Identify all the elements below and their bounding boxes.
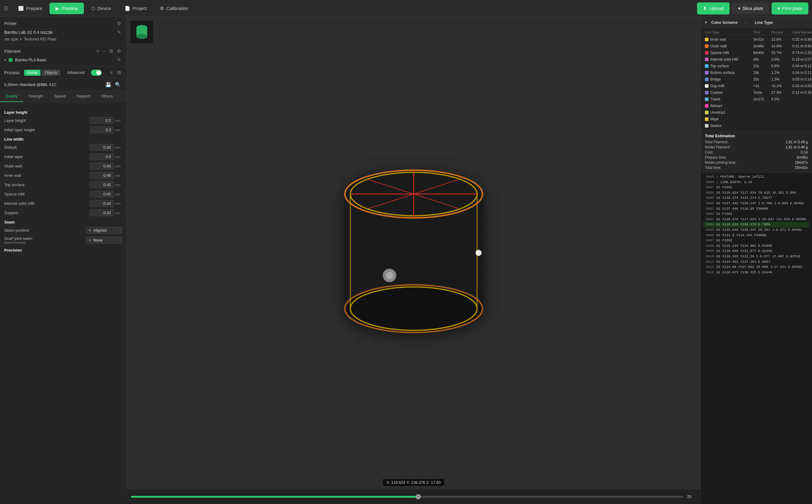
- te-total-filament-row: Total Filament: 1.81 m 5.48 g: [705, 140, 808, 144]
- lt-time: 3m32s: [753, 37, 771, 42]
- gcode-line-code: G1 X124.392 Y137.284 E.6987: [716, 259, 770, 265]
- layer-height-input[interactable]: [90, 117, 114, 124]
- gcode-line[interactable]: 8898 G3 X119.624 Y117.624 I8.615 J6.361 …: [703, 190, 810, 196]
- lt-row[interactable]: Unretract ✓: [705, 109, 808, 116]
- gcode-line-code: G1 X136.374 Y134.374 E.78577: [716, 195, 772, 201]
- lt-time: 12s: [753, 64, 771, 68]
- lt-percent: <0.1%: [771, 84, 792, 88]
- tab-objects[interactable]: Objects: [42, 70, 60, 76]
- filament-settings-button[interactable]: ⚙: [116, 48, 122, 55]
- lt-name: Internal solid infill: [710, 57, 738, 62]
- gcode-line[interactable]: 8905 G2 X120.849 Y135.447 I8.397 J-8.371…: [703, 227, 810, 233]
- gcode-line[interactable]: 8910 G3 X139.285 Y122.39 I-6.677 J2.807 …: [703, 254, 810, 259]
- support-input[interactable]: [90, 209, 114, 216]
- gcode-line[interactable]: 8902 G1 F2662: [703, 211, 810, 217]
- color-scheme-label: Color Scheme: [711, 20, 737, 25]
- gcode-line[interactable]: 8899 G1 X136.374 Y134.374 E.78577: [703, 195, 810, 201]
- te-prepare-time-label: Prepare time:: [705, 155, 727, 160]
- lt-row[interactable]: Top surface 12s 0.8% 0.04 m 0.12 g ✓: [705, 63, 808, 69]
- printer-edit-button[interactable]: ✎: [116, 29, 122, 36]
- thumbnail-panel[interactable]: [130, 20, 154, 44]
- filament-edit-button[interactable]: ✎: [116, 56, 122, 63]
- gcode-line-number: 8906: [703, 233, 714, 238]
- tab-speed[interactable]: Speed: [49, 91, 71, 102]
- prepare-tab[interactable]: ⬜ Prepare: [12, 3, 48, 14]
- gcode-line[interactable]: 8900 G2 X137.442 Y133.147 I-6.788 J-6.99…: [703, 201, 810, 206]
- printer-settings-button[interactable]: ⚙: [116, 20, 122, 27]
- inner-wall-input[interactable]: [90, 172, 114, 179]
- initial-layer-height-input[interactable]: [90, 126, 114, 133]
- filament-section: Filament + − ⊞ ⚙ ▾ Bambu PLA Basic ✎: [0, 45, 126, 67]
- color-scheme-toggle-icon[interactable]: ▾: [705, 20, 707, 25]
- initial-layer-input[interactable]: [90, 153, 114, 160]
- calibration-tab[interactable]: ⚙ Calibration: [154, 3, 194, 14]
- gcode-line[interactable]: 8918 G1 X116.973 Y130.325 E.31446: [703, 270, 810, 275]
- print-button[interactable]: ▾ Print plate: [772, 2, 808, 14]
- gcode-line[interactable]: 8897 G1 F2662: [703, 185, 810, 190]
- lt-row[interactable]: Custom 7m0s 27.3% 0.12 m 0.36 g ✓: [705, 89, 808, 96]
- seam-position-dropdown[interactable]: ▾ Aligned: [86, 227, 122, 234]
- layer-height-group-title: Layer height: [4, 110, 122, 115]
- gcode-line[interactable]: 8907 G1 F2662: [703, 238, 810, 243]
- gcode-line[interactable]: 8912 G3 X123.68 Y137.032 I5.696 J-17.221…: [703, 265, 810, 270]
- lt-row[interactable]: Wipe ✓: [705, 116, 808, 122]
- profile-save-button[interactable]: 💾: [104, 81, 113, 88]
- filament-add-button[interactable]: +: [95, 48, 100, 55]
- lt-row[interactable]: Gap infill <1s <0.1% 0.00 m 0.00 g ✓: [705, 83, 808, 89]
- slider-thumb[interactable]: [416, 494, 421, 499]
- gcode-line[interactable]: 8909 G1 X139.028 Y121.677 E.31406: [703, 249, 810, 254]
- lt-row[interactable]: Internal solid infill 46s 3.0% 0.19 m 0.…: [705, 56, 808, 63]
- gcode-line[interactable]: 8904 G1 X119.624 Y134.376 E.7859: [703, 222, 810, 227]
- filament-remove-button[interactable]: −: [102, 48, 107, 55]
- gcode-line-number: 8895: [703, 174, 714, 180]
- outer-wall-input[interactable]: [90, 163, 114, 170]
- gcode-line[interactable]: 8896 ; LINE_WIDTH: 0.45: [703, 180, 810, 185]
- te-total-time-value: 25m42s: [795, 166, 808, 170]
- tab-others[interactable]: Others: [96, 91, 118, 102]
- scarf-joint-dropdown[interactable]: ▾ None: [86, 237, 122, 244]
- scarf-joint-value: None: [93, 238, 103, 242]
- svg-point-18: [476, 250, 482, 256]
- internal-solid-infill-input[interactable]: [90, 200, 114, 207]
- process-split-button[interactable]: ⊞: [116, 69, 122, 76]
- process-list-button[interactable]: ≡: [109, 69, 114, 76]
- lt-row[interactable]: Travel 1m17s 5.0% ✓: [705, 96, 808, 103]
- gcode-line[interactable]: 8903 G2 X136.376 Y117.624 I-15.937 J12.8…: [703, 217, 810, 222]
- advanced-toggle[interactable]: [91, 70, 102, 76]
- lt-row[interactable]: Retract ✓: [705, 103, 808, 109]
- project-tab[interactable]: 📄 Project: [119, 3, 153, 14]
- gcode-line[interactable]: 8906 G1 X131.8 Y114.783 F30000: [703, 233, 810, 238]
- top-surface-input[interactable]: [90, 181, 114, 188]
- default-input[interactable]: [90, 144, 114, 151]
- preview-tab[interactable]: ▶ Preview: [49, 3, 84, 14]
- lt-row[interactable]: Outer wall 3m48s 14.8% 0.31 m 0.94 g ✓: [705, 43, 808, 49]
- lt-row[interactable]: Inner wall 3m32s 13.8% 0.32 m 0.98 g ✓: [705, 36, 808, 43]
- layer-height-row: Layer height mm: [4, 117, 122, 124]
- gcode-line[interactable]: 8895 ; FEATURE: Sparse infill: [703, 174, 810, 180]
- tab-global[interactable]: Global: [24, 70, 41, 76]
- lt-row[interactable]: Seams ✓: [705, 122, 808, 129]
- viewport-3d[interactable]: X: 119.624 Y: 136.376 Z: 17.60 25: [127, 17, 700, 504]
- device-tab[interactable]: ⬡ Device: [85, 3, 117, 14]
- cylinder-object[interactable]: [326, 164, 501, 340]
- tab-strength[interactable]: Strength: [23, 91, 49, 102]
- slice-button[interactable]: ▾ Slice plate: [732, 2, 769, 14]
- lt-row[interactable]: Bridge 20s 1.3% 0.05 m 0.16 g ✓: [705, 76, 808, 83]
- gcode-line[interactable]: 8908 G1 X132.334 Y114.982 E.01889: [703, 243, 810, 249]
- lt-row[interactable]: Sparse infill 8m40s 33.7% 0.74 m 2.25 g …: [705, 49, 808, 56]
- te-total-time-label: Total time:: [705, 166, 722, 170]
- lt-row[interactable]: Bottom surface 19s 1.2% 0.04 m 0.11 g ✓: [705, 69, 808, 76]
- menu-icon[interactable]: ☰: [4, 5, 8, 12]
- upload-button[interactable]: ⬆ Upload: [697, 2, 730, 14]
- sparse-infill-input[interactable]: [90, 191, 114, 198]
- tab-quality[interactable]: Quality: [0, 91, 23, 102]
- gcode-line[interactable]: 8901 G1 X137.446 Y118.85 F30000: [703, 206, 810, 212]
- tab-support[interactable]: Support: [71, 91, 96, 102]
- filament-view-button[interactable]: ⊞: [108, 48, 114, 55]
- lt-percent: 33.7%: [771, 51, 792, 55]
- profile-search-button[interactable]: 🔍: [114, 81, 122, 88]
- center-view: X: 119.624 Y: 136.376 Z: 17.60 25: [127, 17, 700, 504]
- layer-slider-track[interactable]: [131, 496, 684, 498]
- gcode-line[interactable]: 8911 G1 X124.392 Y137.284 E.6987: [703, 259, 810, 265]
- profile-row: 0.20mm Standard @BBL X1C 💾 🔍: [0, 79, 126, 91]
